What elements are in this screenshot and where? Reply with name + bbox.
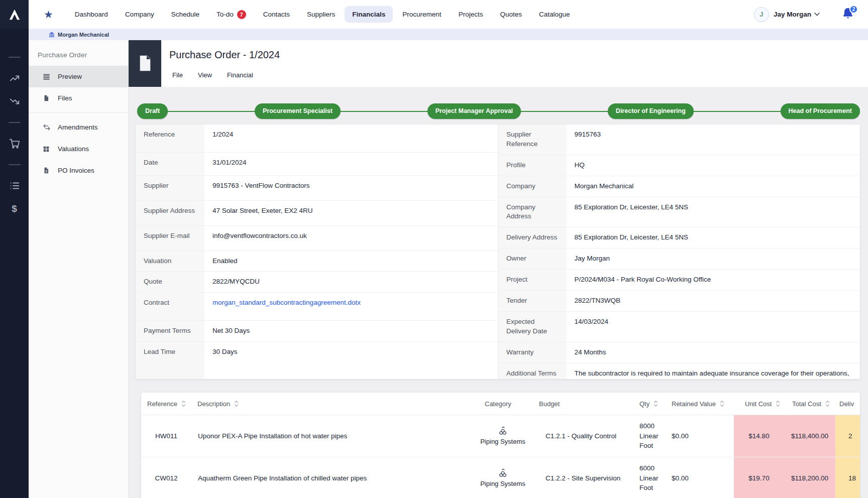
sidebar-item-po-invoices[interactable]: PO Invoices (29, 160, 128, 181)
boxes-icon (498, 426, 508, 436)
nav-item-contacts[interactable]: Contacts (256, 6, 297, 23)
detail-label: Project (498, 270, 567, 291)
notifications-bell[interactable]: 2 (842, 7, 855, 22)
menu-file[interactable]: File (172, 71, 183, 79)
contract-file-link[interactable]: morgan_standard_subcontractingagreement.… (212, 299, 361, 306)
column-label: Unit Cost (745, 400, 772, 408)
sidebar-item-label: Valuations (58, 145, 89, 153)
line-item-row[interactable]: HW011 Uponor PEX-A Pipe Installation of … (141, 415, 860, 457)
detail-label: Valuation (136, 251, 204, 272)
detail-value: 31/01/2024 (204, 152, 498, 175)
item-retained-value: $0.00 (669, 457, 734, 498)
menu-lines-icon (43, 73, 51, 80)
detail-value: Jay Morgan (567, 248, 860, 270)
workflow-stage-head-of-procurement[interactable]: Head of Procurement (781, 103, 860, 119)
dollar-icon[interactable]: $ (8, 202, 21, 215)
column-label: Total Cost (792, 400, 821, 408)
top-bar: ★ Dashboard Company Schedule To-do7 Cont… (29, 0, 868, 29)
user-name[interactable]: Jay Morgan (774, 11, 811, 18)
favorite-star-icon[interactable]: ★ (44, 9, 53, 21)
column-label: Reference (147, 400, 177, 408)
item-description: Uponor PEX-A Pipe Installation of hot wa… (191, 415, 473, 457)
nav-item-schedule[interactable]: Schedule (164, 6, 207, 23)
nav-item-projects[interactable]: Projects (451, 6, 491, 23)
column-header-qty[interactable]: Qty (628, 393, 669, 415)
menu-financial[interactable]: Financial (227, 71, 253, 79)
list-icon[interactable] (8, 179, 21, 192)
sidebar-item-preview[interactable]: Preview (29, 66, 128, 87)
detail-value: 2822/TN3WQB (567, 291, 860, 312)
workflow-stage-project-manager-approval[interactable]: Project Manager Approval (427, 103, 521, 119)
detail-label: Quote (136, 272, 204, 293)
left-rail: $ (0, 0, 29, 498)
notification-count-badge: 2 (849, 5, 858, 14)
workflow-stage-director-of-engineering[interactable]: Director of Engineering (608, 103, 694, 119)
detail-row: Supplier E-mailinfo@ventflowcontractors.… (136, 225, 498, 251)
nav-label: Quotes (500, 11, 522, 18)
sidebar-item-valuations[interactable]: Valuations (29, 138, 128, 160)
breadcrumb-label: Morgan Mechanical (58, 32, 109, 38)
app-logo[interactable] (0, 0, 29, 29)
detail-value: 85 Exploration Dr, Leicester, LE4 5NS (567, 197, 860, 227)
detail-value: 47 Solar Street, Exeter, EX2 4RU (204, 200, 498, 225)
nav-item-quotes[interactable]: Quotes (492, 6, 529, 23)
detail-row: Payment TermsNet 30 Days (136, 321, 498, 342)
document-header: Purchase Order - 1/2024 File View Financ… (129, 40, 868, 87)
rail-divider (9, 122, 21, 123)
detail-label: Reference (136, 125, 204, 152)
item-category: Piping Systems (473, 415, 533, 457)
item-delivered: 2 (835, 415, 860, 457)
file-icon (43, 94, 51, 102)
nav-item-todo[interactable]: To-do7 (209, 6, 254, 24)
trending-up-icon[interactable] (8, 72, 21, 85)
detail-label: Expected Delivery Date (498, 311, 567, 342)
sort-icon (234, 401, 239, 407)
primary-nav: Dashboard Company Schedule To-do7 Contac… (66, 6, 579, 24)
sort-icon (720, 401, 724, 407)
detail-row: Reference1/2024 (136, 125, 498, 152)
trending-down-icon[interactable] (8, 95, 21, 108)
item-category-label: Piping Systems (480, 437, 525, 447)
nav-item-suppliers[interactable]: Suppliers (299, 6, 343, 23)
workflow-stage-procurement-specialist[interactable]: Procurement Specialist (255, 103, 341, 119)
workflow-stage-draft[interactable]: Draft (137, 103, 168, 119)
sidebar-title: Purchase Order (29, 40, 128, 66)
avatar[interactable]: J (754, 7, 769, 22)
sidebar-item-label: Preview (58, 73, 82, 80)
nav-item-catalogue[interactable]: Catalogue (531, 6, 578, 23)
nav-label: Catalogue (539, 11, 570, 18)
detail-label: Company (498, 176, 567, 197)
chevron-down-icon[interactable] (814, 13, 820, 16)
column-header-retained-value[interactable]: Retained Value (669, 393, 734, 415)
breadcrumb[interactable]: Morgan Mechanical (49, 32, 109, 38)
sidebar-item-amendments[interactable]: Amendments (29, 116, 128, 138)
line-item-row[interactable]: CW012 Aquatherm Green Pipe Installation … (141, 457, 860, 498)
column-label: Deliv (839, 400, 854, 408)
column-header-description[interactable]: Description (191, 393, 473, 415)
detail-value: 30 Days (204, 342, 498, 379)
detail-row: Additional TermsThe subcontractor is req… (498, 363, 860, 379)
item-description: Aquatherm Green Pipe Installation of chi… (191, 457, 473, 498)
column-header-budget: Budget (533, 393, 628, 415)
breadcrumb-bar: Morgan Mechanical (29, 29, 868, 40)
sidebar-item-label: PO Invoices (58, 167, 94, 174)
detail-label: Lead Time (136, 342, 204, 379)
details-table-right: Supplier Reference9915763 ProfileHQ Comp… (498, 125, 860, 379)
nav-item-dashboard[interactable]: Dashboard (67, 6, 116, 23)
sidebar-item-files[interactable]: Files (29, 87, 128, 109)
menu-view[interactable]: View (198, 71, 212, 79)
cart-icon[interactable] (8, 137, 21, 150)
nav-item-procurement[interactable]: Procurement (395, 6, 449, 23)
detail-row: Quote2822/MYQCDU (136, 272, 498, 293)
column-label: Description (197, 400, 230, 408)
nav-item-financials[interactable]: Financials (345, 6, 393, 23)
item-total-cost: $118,400.00 (784, 415, 835, 457)
detail-value: Morgan Mechanical (567, 176, 860, 197)
column-header-unit-cost[interactable]: Unit Cost (734, 393, 784, 415)
detail-label: Supplier (136, 175, 204, 200)
workflow-stepper: Draft Procurement Specialist Project Man… (137, 95, 860, 127)
nav-item-company[interactable]: Company (118, 6, 162, 23)
column-header-reference[interactable]: Reference (141, 393, 191, 415)
detail-row: Warranty24 Months (498, 342, 860, 363)
column-header-total-cost[interactable]: Total Cost (784, 393, 835, 415)
